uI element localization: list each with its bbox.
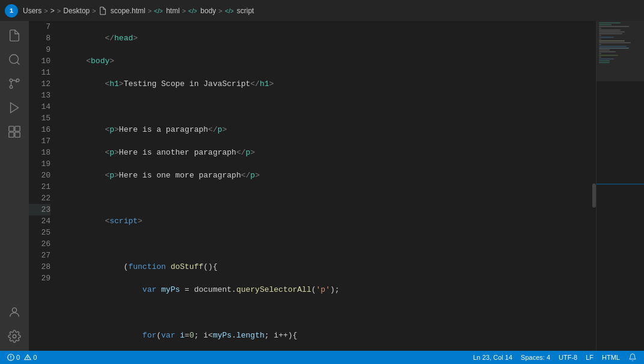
svg-point-6 [10,85,13,88]
line-num-11: 11 [29,67,51,78]
files-icon[interactable] [5,26,24,45]
status-spaces[interactable]: Spaces: 4 [521,354,550,361]
breadcrumb-script[interactable]: script [237,7,254,15]
breadcrumb-scope-html[interactable]: scope.html [111,7,146,15]
activity-bar-bottom [5,303,24,351]
main-content: 7 8 9 10 11 12 13 14 15 16 17 18 19 20 2… [0,21,644,351]
minimap [596,21,644,351]
code-line-12: <p>Here is another paragraph</p> [67,147,587,158]
code-line-20: for(var i=0; i<myPs.length; i++){ [67,330,587,341]
status-line-ending[interactable]: LF [586,354,593,361]
svg-rect-10 [15,126,20,131]
run-debug-icon[interactable] [5,98,24,117]
source-control-icon[interactable] [5,74,24,93]
settings-icon[interactable] [5,327,24,346]
status-right: Ln 23, Col 14 Spaces: 4 UTF-8 LF HTML [473,353,637,362]
line-num-18: 18 [29,147,51,158]
status-bar: 0 0 Ln 23, Col 14 Spaces: 4 UTF-8 LF HTM… [0,351,644,364]
spaces-label: Spaces: 4 [521,354,550,361]
status-errors[interactable]: 0 0 [7,354,37,361]
breadcrumb-body[interactable]: body [200,7,216,15]
breadcrumb-html[interactable]: html [166,7,180,15]
scrollbar[interactable] [587,21,596,351]
code-line-15: <script> [67,215,587,227]
svg-point-19 [28,359,28,359]
code-editor[interactable]: 7 8 9 10 11 12 13 14 15 16 17 18 19 20 2… [29,21,644,351]
breadcrumb-desktop[interactable]: Desktop [63,7,90,15]
svg-point-3 [10,55,19,64]
position-label: Ln 23, Col 14 [473,354,512,361]
line-num-14: 14 [29,101,51,113]
code-line-13: <p>Here is one more paragraph</p> [67,170,587,181]
line-num-22: 22 [29,193,51,204]
code-line-19 [67,307,587,318]
svg-point-13 [12,308,16,312]
minimap-cursor-line [596,184,644,185]
line-num-29: 29 [29,273,51,284]
code-line-16 [67,238,587,250]
bell-icon [628,353,637,362]
error-count: 0 [16,354,20,361]
svg-point-7 [16,79,19,82]
line-num-24: 24 [29,215,51,227]
code-line-8: <body> [67,55,587,67]
code-content[interactable]: </head> <body> <h1>Testing Scope in Java… [58,21,587,351]
line-ending-label: LF [586,354,593,361]
line-num-25: 25 [29,227,51,238]
activity-bar [0,21,29,351]
line-num-12: 12 [29,78,51,90]
code-line-14 [67,193,587,204]
line-num-8: 8 [29,32,51,44]
tag-icon-2: </> [188,7,197,15]
svg-marker-8 [11,103,19,113]
warning-icon [24,354,31,361]
line-num-17: 17 [29,135,51,147]
status-position[interactable]: Ln 23, Col 14 [473,354,512,361]
code-line-17: (function doStuff(){ [67,261,587,273]
line-num-7: 7 [29,21,51,32]
title-bar: 1 Users > > > Desktop > scope.html > </>… [0,0,644,21]
activity-dot: 1 [5,4,18,17]
line-num-10: 10 [29,55,51,67]
status-encoding[interactable]: UTF-8 [559,354,577,361]
file-icon [99,7,107,15]
status-notifications-icon[interactable] [628,353,637,362]
svg-rect-9 [9,126,14,131]
line-num-9: 9 [29,44,51,55]
code-line-7: </head> [67,32,587,44]
line-num-13: 13 [29,90,51,101]
svg-point-5 [10,79,13,82]
svg-text:</>: </> [188,7,197,14]
line-num-23: 23 [29,204,51,215]
breadcrumb-teaching[interactable]: > [51,7,55,15]
svg-text:</>: </> [154,7,162,14]
line-num-27: 27 [29,250,51,261]
breadcrumb-users[interactable]: Users [23,7,41,15]
svg-point-14 [13,335,16,338]
line-num-15: 15 [29,113,51,124]
encoding-label: UTF-8 [559,354,577,361]
search-icon[interactable] [5,50,24,69]
svg-rect-12 [15,132,20,137]
line-num-28: 28 [29,261,51,273]
line-num-20: 20 [29,170,51,181]
svg-line-4 [17,62,19,64]
svg-text:</>: </> [225,7,233,14]
line-num-21: 21 [29,181,51,193]
line-num-26: 26 [29,238,51,250]
line-num-16: 16 [29,124,51,135]
code-line-18: var myPs = document.querySelectorAll('p'… [67,284,587,295]
status-left: 0 0 [7,354,37,361]
extensions-icon[interactable] [5,122,24,141]
status-language[interactable]: HTML [602,354,620,361]
warning-count: 0 [33,354,37,361]
language-label: HTML [602,354,620,361]
tag-icon-3: </> [225,7,233,15]
error-icon [7,354,14,361]
line-num-19: 19 [29,158,51,170]
editor-area: 7 8 9 10 11 12 13 14 15 16 17 18 19 20 2… [29,21,644,351]
code-line-11: <p>Here is a paragraph</p> [67,124,587,135]
minimap-content [596,21,644,65]
account-icon[interactable] [5,303,24,322]
svg-point-17 [10,359,11,359]
